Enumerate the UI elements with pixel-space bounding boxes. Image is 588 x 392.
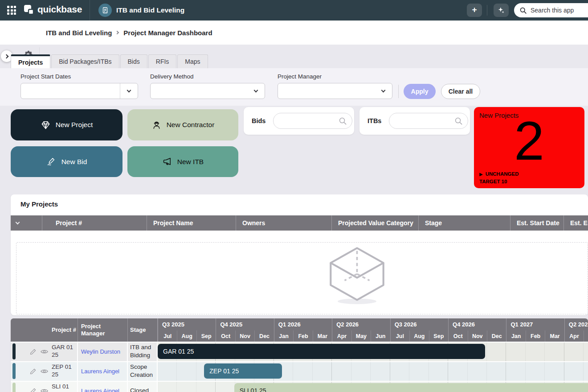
filter-divider	[398, 85, 399, 98]
button-new-contractor[interactable]: New Contractor	[127, 109, 238, 140]
tab-maps[interactable]: Maps	[177, 54, 208, 68]
month-header-nov-q4-2026: Nov	[468, 330, 487, 342]
tab-bids[interactable]: Bids	[120, 54, 147, 68]
month-header-oct-q4-2026: Oct	[448, 330, 467, 342]
quick-search-itbs: ITBs	[359, 107, 470, 135]
row-stage: Scope Creation	[130, 363, 156, 379]
column-header-est-end-date[interactable]: Est. End Date	[564, 215, 588, 231]
app-screen: quickbase ITB and Bid Leveling + ITB and…	[0, 0, 588, 392]
search-icon	[519, 7, 527, 14]
view-eye-icon[interactable]	[40, 367, 49, 377]
search-input[interactable]	[531, 7, 584, 14]
empty-box-icon	[327, 245, 387, 307]
bids-search-input[interactable]	[280, 117, 338, 124]
month-header-oct-q4-2025: Oct	[216, 330, 235, 342]
month-header-jan-q1-2026: Jan	[274, 330, 293, 342]
add-button[interactable]: +	[467, 4, 482, 17]
chevron-down-icon	[120, 83, 138, 99]
ai-sparkle-button[interactable]	[494, 4, 509, 17]
row-project-number: GAR 01 25	[52, 344, 77, 359]
tab-bid-packages-itbs[interactable]: Bid Packages/ITBs	[51, 54, 119, 68]
empty-results-zone	[16, 242, 588, 314]
button-new-project[interactable]: New Project	[11, 109, 122, 140]
megaphone-icon	[162, 157, 172, 167]
view-eye-icon[interactable]	[40, 387, 49, 392]
month-header-may-q2-2026: May	[351, 330, 371, 342]
row-stage: ITB and Bidding	[130, 343, 156, 359]
month-header-jan-q1-2027: Jan	[506, 330, 525, 342]
button-new-bid[interactable]: New Bid	[11, 146, 122, 177]
quick-search-pill	[273, 113, 352, 129]
month-header-may-q2-2027: May	[584, 330, 588, 342]
signature-icon	[46, 157, 57, 167]
edit-pencil-icon[interactable]	[29, 348, 37, 357]
column-header-stage[interactable]: Stage	[419, 215, 510, 231]
column-header-owners[interactable]: Owners	[236, 215, 332, 231]
apply-button[interactable]: Apply	[404, 84, 436, 99]
month-header-sep-q3-2025: Sep	[196, 330, 216, 342]
row-project-manager-link[interactable]: Laurens Aingel	[81, 368, 127, 375]
quarter-header-q4-2025: Q4 2025	[216, 318, 274, 330]
clear-all-button[interactable]: Clear all	[441, 84, 480, 99]
month-header-jun-q2-2026: Jun	[371, 330, 390, 342]
month-header-feb-q1-2027: Feb	[526, 330, 545, 342]
brand-name[interactable]: quickbase	[37, 4, 82, 15]
month-header-jul-q3-2025: Jul	[158, 330, 177, 342]
delivery-method-select[interactable]	[150, 83, 265, 99]
breadcrumb-app[interactable]: ITB and Bid Leveling	[46, 29, 112, 37]
tab-projects[interactable]: Projects	[11, 54, 50, 68]
quarter-header-q3-2026: Q3 2026	[390, 318, 448, 330]
column-header-project-name[interactable]: Project Name	[147, 215, 236, 231]
app-launcher-icon[interactable]	[7, 6, 16, 15]
column-header-project[interactable]: Project #	[42, 215, 147, 231]
month-header-aug-q3-2025: Aug	[177, 330, 196, 342]
row-project-number: ZEP 01 25	[52, 363, 77, 379]
breadcrumb: ITB and Bid Leveling Project Manager Das…	[46, 21, 212, 45]
column-header-projected-value-category[interactable]: Projected Value Category	[332, 215, 419, 231]
row-project-manager-link[interactable]: Weylin Durston	[81, 348, 127, 355]
row-stage: Closed	[130, 387, 156, 392]
my-projects-card: My Projects Project #Project NameOwnersP…	[11, 194, 588, 315]
view-eye-icon[interactable]	[40, 347, 49, 358]
edit-pencil-icon[interactable]	[29, 367, 37, 377]
app-title: ITB and Bid Leveling	[116, 6, 184, 14]
button-label: New Contractor	[167, 121, 215, 129]
kpi-new-projects[interactable]: New Projects 2 ▶UNCHANGED TARGET 10	[474, 107, 584, 188]
contractor-icon	[151, 120, 162, 130]
my-projects-title: My Projects	[20, 200, 58, 208]
quarter-header-q1-2026: Q1 2026	[274, 318, 332, 330]
month-header-sep-q3-2026: Sep	[429, 330, 448, 342]
gantt-column-header-project: Project #	[11, 318, 78, 342]
chevron-down-icon	[247, 83, 265, 99]
project-start-dates-select[interactable]	[20, 83, 138, 99]
tab-rfis[interactable]: RFIs	[148, 54, 177, 68]
gantt-column-header-project-manager: Project Manager	[78, 318, 128, 342]
row-status-marker	[12, 383, 16, 392]
breadcrumb-page: Project Manager Dashboard	[123, 29, 212, 37]
gantt-bar-gar-01-25[interactable]: GAR 01 25	[158, 344, 485, 359]
month-header-apr-q2-2026: Apr	[332, 330, 351, 342]
quick-search-bids: Bids	[244, 107, 354, 135]
month-header-feb-q1-2026: Feb	[293, 330, 312, 342]
row-project-manager-link[interactable]: Laurens Aingel	[81, 388, 127, 392]
filter-strip: Project Start DatesDelivery MethodProjec…	[0, 68, 588, 106]
edit-pencil-icon[interactable]	[29, 387, 37, 392]
month-header-aug-q3-2026: Aug	[409, 330, 429, 342]
my-projects-header: Project #Project NameOwnersProjected Val…	[11, 215, 588, 231]
quarter-header-q3-2025: Q3 2025	[158, 318, 216, 330]
itbs-search-input[interactable]	[396, 117, 453, 124]
filter-label: Project Manager	[278, 73, 392, 80]
button-new-itb[interactable]: New ITB	[127, 146, 238, 177]
gantt-bar-sli-01-25[interactable]: SLI 01 25	[234, 383, 588, 392]
column-expander[interactable]	[11, 215, 42, 231]
kpi-value: 2	[474, 112, 584, 169]
month-header-apr-q2-2027: Apr	[564, 330, 584, 342]
filter-field-delivery-method: Delivery Method	[150, 73, 265, 99]
app-icon[interactable]	[98, 4, 112, 17]
month-header-dec-q4-2025: Dec	[254, 330, 274, 342]
column-header-est-start-date[interactable]: Est. Start Date	[510, 215, 564, 231]
gantt-bar-zep-01-25[interactable]: ZEP 01 25	[204, 363, 282, 379]
filter-label: Delivery Method	[150, 73, 265, 80]
project-manager-select[interactable]	[278, 83, 392, 99]
topbar-separator	[487, 5, 487, 16]
